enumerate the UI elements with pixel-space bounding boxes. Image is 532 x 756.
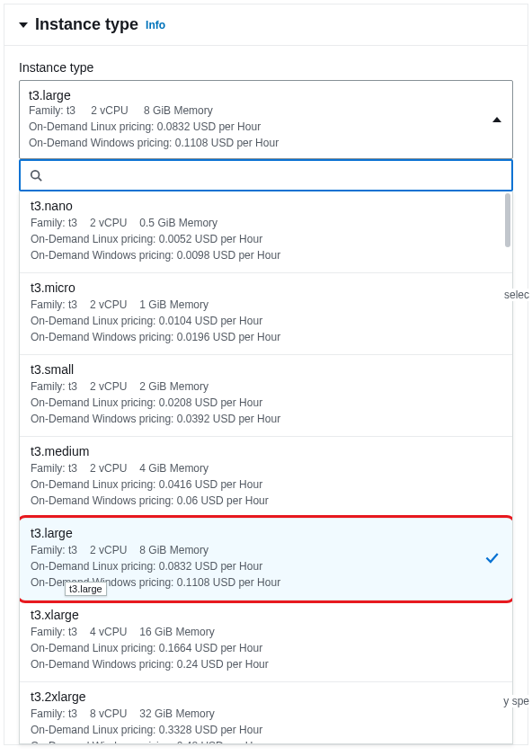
option-specs: Family: t32 vCPU4 GiB Memory	[31, 460, 501, 476]
option-linux-price: On-Demand Linux pricing: 0.0104 USD per …	[31, 313, 501, 329]
panel-body: Instance type t3.large Family: t3 2 vCPU…	[4, 46, 528, 744]
option-t3-nano[interactable]: t3.nanoFamily: t32 vCPU0.5 GiB MemoryOn-…	[20, 191, 512, 273]
option-name: t3.small	[31, 362, 501, 377]
option-t3-small[interactable]: t3.smallFamily: t32 vCPU2 GiB MemoryOn-D…	[20, 355, 512, 437]
search-input[interactable]	[49, 166, 502, 184]
panel-header[interactable]: Instance type Info	[4, 4, 528, 46]
search-row[interactable]	[19, 159, 513, 191]
option-t3-micro[interactable]: t3.microFamily: t32 vCPU1 GiB MemoryOn-D…	[20, 273, 512, 355]
instance-type-panel: Instance type Info Instance type t3.larg…	[4, 4, 528, 745]
option-name: t3.large	[31, 526, 501, 540]
bg-text-2: y spe	[503, 695, 529, 707]
option-linux-price: On-Demand Linux pricing: 0.0832 USD per …	[31, 558, 501, 574]
option-t3-xlarge[interactable]: t3.xlargeFamily: t34 vCPU16 GiB MemoryOn…	[20, 600, 512, 682]
option-linux-price: On-Demand Linux pricing: 0.0416 USD per …	[31, 476, 501, 493]
chevron-up-icon	[492, 117, 501, 122]
svg-point-0	[31, 171, 40, 179]
option-windows-price: On-Demand Windows pricing: 0.24 USD per …	[31, 656, 501, 672]
panel-title: Instance type	[35, 15, 138, 34]
option-windows-price: On-Demand Windows pricing: 0.06 USD per …	[31, 493, 501, 509]
option-windows-price: On-Demand Windows pricing: 0.0196 USD pe…	[31, 329, 501, 345]
check-icon	[483, 550, 500, 569]
info-link[interactable]: Info	[146, 19, 165, 31]
selected-specs: Family: t3 2 vCPU 8 GiB Memory	[29, 102, 480, 119]
option-specs: Family: t32 vCPU1 GiB Memory	[31, 297, 501, 313]
option-windows-price: On-Demand Windows pricing: 0.48 USD per …	[31, 738, 501, 744]
option-name: t3.medium	[31, 444, 501, 458]
option-t3-medium[interactable]: t3.mediumFamily: t32 vCPU4 GiB MemoryOn-…	[20, 437, 512, 519]
options-dropdown[interactable]: t3.nanoFamily: t32 vCPU0.5 GiB MemoryOn-…	[19, 191, 513, 744]
option-linux-price: On-Demand Linux pricing: 0.0208 USD per …	[31, 395, 501, 411]
option-windows-price: On-Demand Windows pricing: 0.0392 USD pe…	[31, 411, 501, 427]
option-specs: Family: t32 vCPU8 GiB Memory	[31, 542, 501, 558]
option-specs: Family: t38 vCPU32 GiB Memory	[31, 706, 501, 722]
search-icon	[30, 169, 42, 182]
option-name: t3.nano	[31, 199, 501, 213]
bg-text-1: selec	[504, 289, 529, 301]
selected-linux-price: On-Demand Linux pricing: 0.0832 USD per …	[29, 119, 480, 135]
option-linux-price: On-Demand Linux pricing: 0.3328 USD per …	[31, 722, 501, 738]
option-windows-price: On-Demand Windows pricing: 0.0098 USD pe…	[31, 247, 501, 263]
option-t3-2xlarge[interactable]: t3.2xlargeFamily: t38 vCPU32 GiB MemoryO…	[20, 682, 512, 744]
instance-type-select[interactable]: t3.large Family: t3 2 vCPU 8 GiB Memory …	[19, 80, 513, 159]
option-specs: Family: t34 vCPU16 GiB Memory	[31, 624, 501, 640]
option-name: t3.micro	[31, 280, 501, 295]
option-t3-large[interactable]: t3.largeFamily: t32 vCPU8 GiB MemoryOn-D…	[20, 519, 512, 600]
collapse-caret-icon	[19, 22, 28, 28]
field-label: Instance type	[19, 60, 513, 75]
option-name: t3.xlarge	[31, 608, 501, 622]
option-specs: Family: t32 vCPU0.5 GiB Memory	[31, 215, 501, 231]
selected-name: t3.large	[29, 88, 480, 102]
option-specs: Family: t32 vCPU2 GiB Memory	[31, 378, 501, 395]
option-linux-price: On-Demand Linux pricing: 0.1664 USD per …	[31, 640, 501, 656]
selected-windows-price: On-Demand Windows pricing: 0.1108 USD pe…	[29, 135, 480, 151]
hover-tooltip: t3.large	[65, 582, 107, 596]
svg-line-1	[39, 178, 42, 182]
option-name: t3.2xlarge	[31, 689, 501, 704]
option-linux-price: On-Demand Linux pricing: 0.0052 USD per …	[31, 231, 501, 247]
